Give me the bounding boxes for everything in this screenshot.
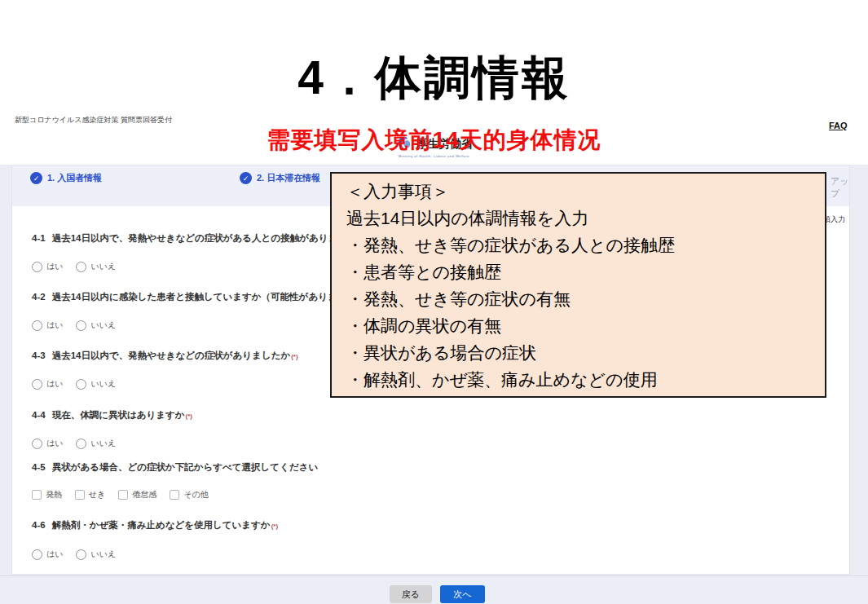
info-box-line: ・体調の異状の有無 (346, 312, 818, 339)
radio-option[interactable]: はい (32, 378, 63, 390)
question-title-4-6: 4-6解熱剤・かぜ薬・痛み止めなどを使用していますか(*) (32, 519, 278, 531)
checkbox-option[interactable]: 倦怠感 (118, 489, 156, 500)
question-id: 4-6 (32, 520, 46, 530)
radio-icon[interactable] (76, 262, 86, 272)
question-id: 4-5 (32, 462, 46, 472)
info-box-title: ＜入力事項＞ (346, 178, 818, 205)
option-label: いいえ (90, 549, 116, 560)
radio-option[interactable]: はい (32, 320, 63, 331)
step-label-partial: アップ (831, 175, 849, 200)
checkbox-option[interactable]: 発熱 (32, 489, 62, 500)
checkbox-icon[interactable] (170, 490, 179, 500)
chinese-annotation: 需要填写入境前14天的身体情况 (0, 125, 868, 156)
checkbox-option[interactable]: せき (75, 489, 105, 500)
question-options-4-3: はいいいえ (32, 378, 116, 390)
footer-bar: 戻る 次へ (0, 575, 868, 604)
info-box-line: ・発熱、せき等の症状の有無 (346, 285, 818, 312)
info-box-line: ・解熱剤、かぜ薬、痛み止めなどの使用 (346, 366, 818, 393)
checkbox-icon[interactable] (118, 490, 128, 500)
option-label: いいえ (90, 261, 116, 272)
option-label: はい (46, 438, 63, 449)
radio-option[interactable]: はい (32, 549, 63, 560)
required-marker: (*) (271, 522, 278, 530)
option-label: 発熱 (46, 489, 62, 500)
radio-icon[interactable] (32, 549, 42, 560)
question-text: 過去14日以内で、発熱やせきなどの症状がありましたか (52, 350, 291, 360)
question-title-4-1: 4-1過去14日以内で、発熱やせきなどの症状がある人との接触がありましたか(*) (32, 232, 374, 245)
question-options-4-5: 発熱せき倦怠感その他 (32, 489, 209, 500)
question-id: 4-3 (32, 350, 46, 360)
option-label: はい (46, 549, 63, 560)
question-id: 4-4 (32, 410, 46, 420)
radio-icon[interactable] (32, 439, 42, 449)
question-title-4-3: 4-3過去14日以内で、発熱やせきなどの症状がありましたか(*) (32, 350, 298, 362)
back-button[interactable]: 戻る (390, 585, 432, 603)
check-icon: ✓ (240, 172, 252, 184)
info-box-lines: 過去14日以内の体調情報を入力・発熱、せき等の症状がある人との接触歴・患者等との… (346, 205, 818, 393)
info-box-line: ・患者等との接触歴 (346, 258, 818, 285)
question-text: 解熱剤・かぜ薬・痛み止めなどを使用していますか (52, 520, 271, 530)
check-icon: ✓ (30, 172, 42, 184)
checkbox-icon[interactable] (32, 490, 42, 500)
question-title-4-4: 4-4現在、体調に異状はありますか(*) (32, 409, 192, 421)
option-label: いいえ (90, 438, 116, 449)
required-marker: (*) (186, 412, 192, 420)
option-label: いいえ (90, 320, 116, 331)
question-id: 4-2 (32, 292, 46, 302)
question-text: 過去14日以内に感染した患者と接触していますか（可能性がありますか） (52, 292, 366, 302)
step-label: 2. 日本滞在情報 (257, 172, 320, 184)
option-label: 倦怠感 (132, 489, 156, 500)
step-item-1: ✓1. 入国者情報 (30, 172, 102, 184)
radio-option[interactable]: いいえ (76, 320, 116, 331)
step-item-2: ✓2. 日本滞在情報 (240, 172, 320, 184)
radio-option[interactable]: はい (32, 438, 63, 449)
option-label: はい (46, 320, 63, 331)
screen: 4．体調情報 新型コロナウイルス感染症対策 質問票回答受付 FAQ 厚生労働省 … (0, 0, 868, 604)
info-box-line: 過去14日以内の体調情報を入力 (346, 205, 818, 231)
option-label: せき (89, 489, 105, 500)
required-marker: (*) (291, 353, 297, 360)
option-label: その他 (183, 489, 208, 500)
radio-icon[interactable] (76, 439, 86, 449)
question-title-4-2: 4-2過去14日以内に感染した患者と接触していますか（可能性がありますか）(*) (32, 291, 373, 303)
question-id: 4-1 (32, 233, 46, 243)
radio-icon[interactable] (32, 262, 42, 272)
checkbox-icon[interactable] (75, 490, 85, 500)
question-options-4-1: はいいいえ (32, 261, 116, 272)
info-box-line: ・発熱、せき等の症状がある人との接触歴 (346, 231, 818, 258)
option-label: はい (46, 261, 63, 272)
option-label: いいえ (90, 378, 116, 390)
radio-icon[interactable] (32, 320, 42, 331)
radio-option[interactable]: いいえ (76, 378, 116, 390)
info-overlay-box: ＜入力事項＞ 過去14日以内の体調情報を入力・発熱、せき等の症状がある人との接触… (330, 172, 826, 398)
radio-option[interactable]: はい (32, 261, 63, 272)
radio-option[interactable]: いいえ (76, 438, 116, 449)
question-options-4-4: はいいいえ (32, 438, 116, 449)
radio-option[interactable]: いいえ (76, 261, 116, 272)
radio-icon[interactable] (76, 549, 86, 560)
question-text: 過去14日以内で、発熱やせきなどの症状がある人との接触がありましたか (52, 233, 367, 243)
question-text: 現在、体調に異状はありますか (52, 410, 185, 420)
radio-icon[interactable] (76, 379, 86, 390)
option-label: はい (46, 378, 63, 390)
checkbox-option[interactable]: その他 (170, 489, 208, 500)
page-title: 4．体調情報 (0, 47, 868, 110)
radio-icon[interactable] (76, 320, 86, 331)
radio-icon[interactable] (32, 379, 42, 390)
question-title-4-5: 4-5異状がある場合、どの症状か下記からすべて選択してください (32, 461, 318, 474)
radio-option[interactable]: いいえ (76, 549, 116, 560)
step-label: 1. 入国者情報 (47, 172, 102, 184)
question-options-4-2: はいいいえ (32, 320, 116, 331)
question-text: 異状がある場合、どの症状か下記からすべて選択してください (52, 462, 319, 472)
question-options-4-6: はいいいえ (32, 549, 116, 560)
info-box-line: ・異状がある場合の症状 (346, 339, 818, 366)
next-button[interactable]: 次へ (440, 585, 485, 603)
